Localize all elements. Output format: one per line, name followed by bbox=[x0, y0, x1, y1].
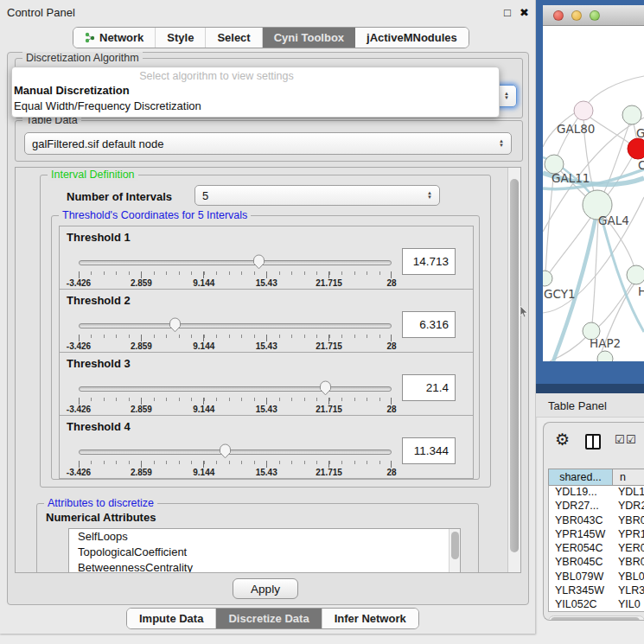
panel-scrollbar[interactable] bbox=[507, 168, 520, 572]
mouse-cursor-icon bbox=[520, 306, 528, 318]
list-item[interactable]: TopologicalCoefficient bbox=[69, 545, 460, 560]
tab-jactivemnodules[interactable]: jActiveMNodules bbox=[355, 28, 469, 48]
columns-icon[interactable] bbox=[585, 434, 601, 450]
slider-thumb-icon[interactable] bbox=[252, 254, 265, 270]
threshold-row: Threshold 1 -3.426 bbox=[59, 226, 474, 290]
slider-tick-labels: -3.426 2.859 9.144 15.43 21.715 28 bbox=[79, 468, 392, 478]
threshold-label: Threshold 3 bbox=[67, 357, 131, 370]
table-row[interactable]: YDL19...YDL1 bbox=[549, 486, 644, 500]
interval-definition-group: Interval Definition Number of Intervals … bbox=[40, 175, 491, 488]
node-label: H bbox=[638, 284, 644, 298]
num-intervals-combobox[interactable]: 5 ▲▼ bbox=[194, 185, 440, 206]
screen: Control Panel □ ✖ Network Style Select C… bbox=[0, 0, 644, 644]
checkbox-checked-icon[interactable]: ☑ bbox=[626, 433, 636, 446]
network-icon bbox=[85, 32, 95, 43]
threshold-value-field[interactable]: 14.713 bbox=[402, 248, 456, 275]
slider-thumb-icon[interactable] bbox=[169, 317, 182, 333]
node[interactable] bbox=[543, 271, 552, 286]
checkbox-checked-icon[interactable]: ☑ bbox=[615, 433, 625, 446]
table-panel-title: Table Panel bbox=[548, 399, 607, 412]
slider-thumb-icon[interactable] bbox=[219, 443, 232, 459]
tab-style[interactable]: Style bbox=[156, 28, 206, 48]
threshold-value-field[interactable]: 6.316 bbox=[402, 311, 456, 338]
list-item[interactable]: SelfLoops bbox=[69, 529, 460, 545]
network-canvas[interactable]: GAL80 GAL11 GAL4 GCY1 HAP2 G C H bbox=[543, 26, 644, 361]
thresholds-group: Threshold's Coordinates for 5 Intervals … bbox=[51, 215, 480, 480]
threshold-slider[interactable] bbox=[79, 319, 392, 335]
table-panel-header: Table Panel bbox=[536, 393, 644, 418]
tab-select[interactable]: Select bbox=[206, 28, 262, 48]
table-row[interactable]: YBL079WYBL0 bbox=[549, 571, 644, 584]
list-scrollbar[interactable] bbox=[449, 529, 460, 573]
threshold-value-field[interactable]: 11.344 bbox=[402, 437, 456, 464]
node-label: G bbox=[636, 126, 644, 140]
table-row[interactable]: YBR043CYBR0 bbox=[549, 514, 644, 528]
numerical-attributes-label: Numerical Attributes bbox=[46, 511, 156, 524]
threshold-slider[interactable] bbox=[79, 256, 392, 271]
list-item[interactable]: BetweennessCentrality bbox=[69, 560, 460, 573]
slider-major-ticks bbox=[79, 335, 392, 341]
slider-tick-labels: -3.426 2.859 9.144 15.43 21.715 28 bbox=[79, 278, 392, 289]
node[interactable] bbox=[597, 351, 613, 361]
table-data-group: Table Data galFiltered.sif default node … bbox=[15, 120, 523, 162]
numerical-attributes-list[interactable]: SelfLoops TopologicalCoefficient Between… bbox=[68, 528, 461, 573]
table-row[interactable]: YPR145WYPR1 bbox=[549, 528, 644, 542]
attributes-group: Attributes to discretize Numerical Attri… bbox=[36, 503, 479, 573]
apply-button[interactable]: Apply bbox=[233, 578, 298, 599]
tab-cyni-toolbox[interactable]: Cyni Toolbox bbox=[263, 28, 355, 48]
float-window-icon[interactable]: □ bbox=[504, 6, 511, 19]
column-header-name[interactable]: n bbox=[613, 469, 644, 485]
slider-track[interactable] bbox=[79, 260, 392, 265]
table-horizontal-scrollbar[interactable] bbox=[548, 615, 644, 621]
zoom-traffic-light-icon[interactable] bbox=[590, 10, 600, 21]
node-label: HAP2 bbox=[590, 336, 621, 350]
threshold-label: Threshold 1 bbox=[67, 231, 131, 244]
table-row[interactable]: YER054CYER0 bbox=[549, 542, 644, 556]
table-row[interactable]: YBR045CYBR0 bbox=[549, 556, 644, 570]
table-row[interactable]: YDR27...YDR2 bbox=[549, 500, 644, 513]
group-title: Discretization Algorithm bbox=[22, 52, 143, 64]
node[interactable] bbox=[627, 265, 644, 284]
node-label: C bbox=[638, 158, 644, 172]
threshold-value-field[interactable]: 21.4 bbox=[402, 374, 456, 401]
threshold-slider[interactable] bbox=[79, 382, 392, 398]
combo-stepper-icon: ▲▼ bbox=[494, 139, 504, 148]
threshold-label: Threshold 2 bbox=[67, 294, 131, 307]
network-window-bottom-edge bbox=[536, 384, 644, 393]
slider-track[interactable] bbox=[79, 323, 392, 328]
slider-track[interactable] bbox=[79, 386, 392, 392]
slider-tick-labels: -3.426 2.859 9.144 15.43 21.715 28 bbox=[79, 341, 392, 352]
node-table: shared... n YDL19...YDL1 YDR27...YDR2 YB… bbox=[548, 469, 644, 612]
dropdown-option-equal-width-frequency[interactable]: Equal Width/Frequency Discretization bbox=[12, 99, 499, 114]
slider-thumb-icon[interactable] bbox=[319, 380, 332, 396]
table-body: YDL19...YDL1 YDR27...YDR2 YBR043CYBR0 YP… bbox=[548, 485, 644, 612]
node-label: GAL11 bbox=[552, 171, 590, 185]
tab-network[interactable]: Network bbox=[73, 28, 156, 48]
scrollbar-thumb[interactable] bbox=[451, 532, 459, 559]
close-window-icon[interactable]: ✖ bbox=[520, 6, 529, 19]
window-title: Control Panel bbox=[7, 6, 75, 19]
column-header-shared-name[interactable]: shared... bbox=[549, 469, 613, 485]
threshold-slider[interactable] bbox=[79, 445, 392, 461]
scrollbar-thumb[interactable] bbox=[510, 179, 519, 552]
table-row[interactable]: YIL052CYIL0 bbox=[549, 598, 644, 612]
close-traffic-light-icon[interactable] bbox=[553, 10, 564, 21]
network-window-titlebar[interactable] bbox=[543, 5, 644, 26]
settings-scroll-panel: Interval Definition Number of Intervals … bbox=[15, 167, 521, 573]
dropdown-option-manual-discretization[interactable]: Manual Discretization bbox=[12, 83, 499, 99]
gear-icon[interactable]: ⚙ bbox=[555, 430, 570, 450]
table-header-row: shared... n bbox=[548, 469, 644, 485]
tab-infer-network[interactable]: Infer Network bbox=[322, 609, 418, 628]
tab-discretize-data[interactable]: Discretize Data bbox=[216, 609, 322, 628]
slider-track[interactable] bbox=[79, 450, 392, 455]
scrollbar-thumb[interactable] bbox=[551, 617, 640, 621]
table-row[interactable]: YLR345WYLR3 bbox=[549, 584, 644, 598]
threshold-row: Threshold 2 -3.426 bbox=[59, 289, 474, 353]
minimize-traffic-light-icon[interactable] bbox=[571, 10, 582, 21]
cyni-toolbox-panel: Discretization Algorithm ▲▼ Table Data g… bbox=[7, 52, 529, 605]
node-selected-red[interactable] bbox=[628, 138, 644, 159]
tab-impute-data[interactable]: Impute Data bbox=[127, 609, 216, 628]
table-data-combobox[interactable]: galFiltered.sif default node ▲▼ bbox=[24, 132, 512, 155]
node[interactable] bbox=[622, 105, 641, 124]
node[interactable] bbox=[574, 101, 593, 120]
